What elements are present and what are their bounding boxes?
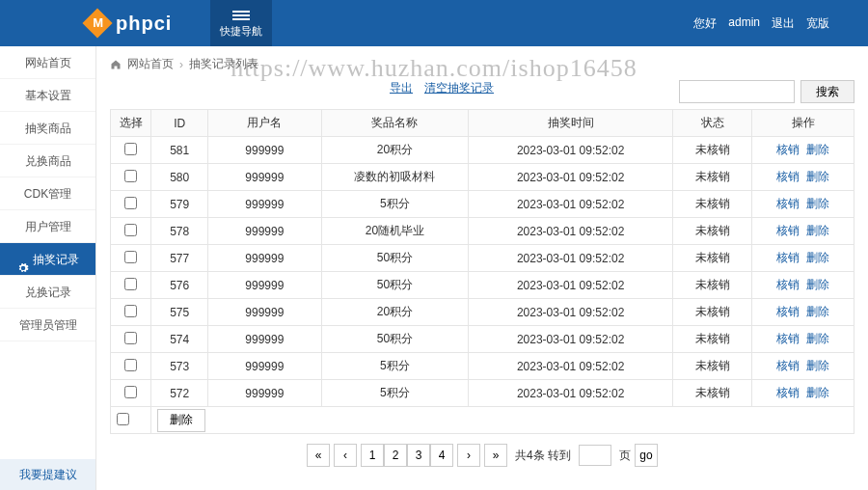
- sidebar-item[interactable]: 网站首页: [0, 46, 95, 79]
- cell-prize: 50积分: [321, 326, 469, 353]
- verify-link[interactable]: 核销: [776, 197, 800, 210]
- logo[interactable]: phpci: [0, 13, 172, 35]
- cell-user: 999999: [208, 191, 322, 218]
- crumb-root[interactable]: 网站首页: [127, 56, 174, 72]
- row-checkbox[interactable]: [124, 224, 137, 236]
- delete-link[interactable]: 删除: [806, 386, 829, 399]
- verify-link[interactable]: 核销: [776, 143, 800, 156]
- cell-user: 999999: [208, 353, 322, 380]
- feedback-link[interactable]: 我要提建议: [0, 459, 95, 490]
- search-button[interactable]: 搜索: [800, 80, 854, 103]
- quick-nav-label: 快捷导航: [220, 24, 262, 39]
- cell-id: 579: [151, 191, 208, 218]
- pager-page-button[interactable]: 3: [407, 444, 430, 467]
- username-link[interactable]: admin: [728, 15, 760, 32]
- cell-prize: 20积分: [321, 137, 469, 164]
- cell-user: 999999: [208, 164, 322, 191]
- th-prize: 奖品名称: [321, 110, 469, 137]
- pager-prev-button[interactable]: ‹: [334, 444, 357, 467]
- row-checkbox[interactable]: [124, 305, 137, 317]
- cell-id: 577: [151, 245, 208, 272]
- delete-link[interactable]: 删除: [806, 251, 829, 264]
- pager-page-button[interactable]: 2: [384, 444, 407, 467]
- row-checkbox[interactable]: [124, 197, 137, 209]
- row-checkbox[interactable]: [124, 332, 137, 344]
- pager-total-text: 共4条 转到: [515, 448, 571, 464]
- verify-link[interactable]: 核销: [776, 386, 800, 399]
- delete-link[interactable]: 删除: [806, 197, 829, 210]
- verify-link[interactable]: 核销: [776, 251, 800, 264]
- sidebar-item[interactable]: CDK管理: [0, 177, 95, 210]
- sidebar-item[interactable]: 管理员管理: [0, 309, 95, 341]
- cell-status: 未核销: [672, 380, 751, 407]
- export-link[interactable]: 导出: [390, 80, 413, 103]
- verify-link[interactable]: 核销: [776, 278, 800, 291]
- th-op: 操作: [752, 110, 854, 137]
- table-row: 57899999920随机毕业2023-03-01 09:52:02未核销核销 …: [111, 218, 854, 245]
- batch-select-checkbox[interactable]: [117, 413, 129, 425]
- pager-go-button[interactable]: go: [635, 444, 658, 467]
- pager-last-button[interactable]: »: [484, 444, 507, 467]
- cell-id: 573: [151, 353, 208, 380]
- pager-page-button[interactable]: 1: [361, 444, 384, 467]
- cell-user: 999999: [208, 299, 322, 326]
- delete-link[interactable]: 删除: [806, 332, 829, 345]
- table-row: 58199999920积分2023-03-01 09:52:02未核销核销 删除: [111, 137, 854, 164]
- sidebar-item-label: 抽奖记录: [33, 243, 79, 276]
- table-row: 5729999995积分2023-03-01 09:52:02未核销核销 删除: [111, 380, 854, 407]
- row-checkbox[interactable]: [124, 143, 137, 155]
- row-checkbox[interactable]: [124, 170, 137, 182]
- delete-link[interactable]: 删除: [806, 278, 829, 291]
- sidebar-item[interactable]: 兑换记录: [0, 276, 95, 309]
- delete-link[interactable]: 删除: [806, 305, 829, 318]
- th-user: 用户名: [208, 110, 322, 137]
- clear-records-link[interactable]: 清空抽奖记录: [424, 80, 494, 103]
- gear-icon: [17, 254, 29, 265]
- cell-status: 未核销: [672, 326, 751, 353]
- brand-text: phpci: [116, 13, 172, 35]
- cell-prize: 5积分: [321, 191, 469, 218]
- content-area: 网站首页 › 抽奖记录列表 导出 清空抽奖记录 搜索 选择 ID 用户名 奖品名…: [96, 46, 868, 490]
- row-checkbox[interactable]: [124, 386, 137, 398]
- row-checkbox[interactable]: [124, 278, 137, 290]
- sidebar-item[interactable]: 基本设置: [0, 79, 95, 112]
- logout-link[interactable]: 退出: [772, 15, 795, 32]
- pager-page-input[interactable]: [579, 445, 611, 466]
- quick-nav-button[interactable]: 快捷导航: [210, 0, 272, 46]
- cell-op: 核销 删除: [752, 137, 854, 164]
- verify-link[interactable]: 核销: [776, 224, 800, 237]
- cell-status: 未核销: [672, 218, 751, 245]
- pager-first-button[interactable]: «: [307, 444, 330, 467]
- batch-actions-cell: 删除: [151, 407, 854, 434]
- verify-link[interactable]: 核销: [776, 359, 800, 372]
- batch-delete-button[interactable]: 删除: [157, 409, 205, 432]
- cell-time: 2023-03-01 09:52:02: [469, 299, 673, 326]
- th-status: 状态: [672, 110, 751, 137]
- sidebar-item[interactable]: 兑换商品: [0, 145, 95, 177]
- pager-page-button[interactable]: 4: [430, 444, 453, 467]
- verify-link[interactable]: 核销: [776, 305, 800, 318]
- cell-op: 核销 删除: [752, 326, 854, 353]
- row-checkbox[interactable]: [124, 251, 137, 263]
- row-checkbox[interactable]: [124, 359, 137, 371]
- topbar-user-area: 您好 admin 退出 宽版: [693, 15, 868, 32]
- cell-prize: 5积分: [321, 353, 469, 380]
- verify-link[interactable]: 核销: [776, 170, 800, 183]
- cell-id: 581: [151, 137, 208, 164]
- search-input[interactable]: [679, 80, 795, 103]
- delete-link[interactable]: 删除: [806, 170, 829, 183]
- delete-link[interactable]: 删除: [806, 224, 829, 237]
- table-row: 5799999995积分2023-03-01 09:52:02未核销核销 删除: [111, 191, 854, 218]
- cell-time: 2023-03-01 09:52:02: [469, 326, 673, 353]
- sidebar-item[interactable]: 用户管理: [0, 210, 95, 243]
- cell-id: 580: [151, 164, 208, 191]
- pager-next-button[interactable]: ›: [457, 444, 480, 467]
- sidebar-item[interactable]: 抽奖记录: [0, 243, 95, 276]
- cell-status: 未核销: [672, 164, 751, 191]
- layout-link[interactable]: 宽版: [806, 15, 829, 32]
- sidebar-item[interactable]: 抽奖商品: [0, 112, 95, 145]
- cell-user: 999999: [208, 245, 322, 272]
- delete-link[interactable]: 删除: [806, 359, 829, 372]
- verify-link[interactable]: 核销: [776, 332, 800, 345]
- delete-link[interactable]: 删除: [806, 143, 829, 156]
